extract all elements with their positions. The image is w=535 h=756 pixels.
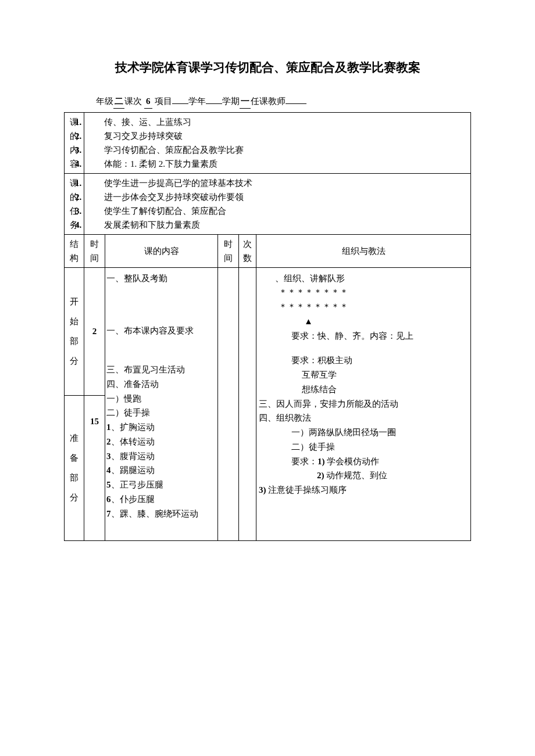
content-line: 一）慢跑 [106, 392, 216, 406]
content-line: 1、扩胸运动 [106, 420, 216, 435]
project-label: 项目 [155, 96, 172, 106]
section-content-cell: 一、整队及考勤 一、布本课内容及要求 三、布置见习生活动 四、准备活动 一）慢跑… [105, 267, 218, 540]
year-label: 学年 [188, 96, 206, 106]
section-start-time: 2 [84, 267, 105, 395]
content-line: 一、整队及考勤 [106, 271, 216, 286]
year-blank [206, 103, 222, 104]
content-line: 7、踝、膝、腕绕环运动 [106, 507, 216, 521]
method-line: 四、组织教法 [259, 411, 468, 425]
method-line: ＊＊＊＊＊＊＊＊ [259, 285, 468, 300]
content-line: 3、腹背运动 [106, 449, 216, 464]
content-line: 三、布置见习生活动 [106, 363, 216, 377]
method-line: 要求：1) 学会模仿动作 [259, 454, 468, 469]
method-line: 一）两路纵队绕田径场一圈 [259, 425, 468, 440]
list-item: 2.复习交叉步持球突破 [91, 129, 468, 143]
section-method-cell: 、组织、讲解队形 ＊＊＊＊＊＊＊＊ ＊＊＊＊＊＊＊＊ ▲ 要求：快、静、齐。内容… [256, 267, 471, 540]
project-blank [172, 103, 188, 104]
list-item: 1.使学生进一步提高已学的篮球基本技术 [91, 176, 468, 190]
section-time-b [218, 267, 239, 540]
method-line: 、组织、讲解队形 [259, 271, 468, 286]
lesson-task-body: 1.使学生进一步提高已学的篮球基本技术 2.进一步体会交叉步持球突破动作要领 3… [84, 173, 471, 234]
hdr-content: 课的内容 [105, 234, 218, 267]
lesson-label: 课次 [124, 96, 142, 106]
teacher-label: 任课教师 [251, 96, 286, 106]
lesson-plan-table: 课 的 内 容 1.传、接、运、上蓝练习 2.复习交叉步持球突破 3.学习传切配… [64, 112, 471, 541]
term-value: 一 [240, 94, 251, 109]
lesson-content-body: 1.传、接、运、上蓝练习 2.复习交叉步持球突破 3.学习传切配合、策应配合及教… [84, 112, 471, 173]
section-count [239, 267, 256, 540]
content-line: 5、正弓步压腿 [106, 478, 216, 492]
hdr-method: 组织与教法 [256, 234, 471, 267]
row-lesson-task: 课 的 任 务 1.使学生进一步提高已学的篮球基本技术 2.进一步体会交叉步持球… [65, 173, 471, 234]
content-line: 4、踢腿运动 [106, 463, 216, 478]
list-item: 3.使学生了解传切配合、策应配合 [91, 204, 468, 218]
content-line: 一、布本课内容及要求 [106, 324, 216, 338]
teacher-blank [286, 103, 306, 104]
list-item: 1.传、接、运、上蓝练习 [91, 115, 468, 129]
row-section-start: 开 始 部 分 2 一、整队及考勤 一、布本课内容及要求 三、布置见习生活动 四… [65, 267, 471, 395]
method-line: 互帮互学 [259, 368, 468, 382]
method-line: 要求：积极主动 [259, 353, 468, 368]
list-item: 2.进一步体会交叉步持球突破动作要领 [91, 190, 468, 204]
section-start-label: 开 始 部 分 [65, 267, 84, 395]
lesson-value: 6 [144, 94, 152, 109]
section-prep-time: 15 [84, 395, 105, 540]
hdr-count: 次 数 [239, 234, 256, 267]
method-line: ＊＊＊＊＊＊＊＊ [259, 300, 468, 314]
meta-line: 年级二课次 6 项目学年学期一任课教师 [96, 94, 471, 109]
content-line: 6、仆步压腿 [106, 492, 216, 507]
list-item: 4.体能：1. 柔韧 2.下肢力量素质 [91, 157, 468, 171]
section-prep-label: 准 备 部 分 [65, 395, 84, 540]
method-line: 3) 注意徒手操练习顺序 [259, 483, 468, 497]
method-line: 二）徒手操 [259, 440, 468, 454]
hdr-time-a: 时间 [84, 234, 105, 267]
method-line: ▲ [259, 314, 468, 329]
method-line: 要求：快、静、齐。内容：见上 [259, 329, 468, 343]
grade-label: 年级 [96, 96, 113, 106]
method-line: 2) 动作规范、到位 [259, 468, 468, 483]
hdr-time-b: 时间 [218, 234, 239, 267]
term-label: 学期 [222, 96, 240, 106]
content-line: 二）徒手操 [106, 406, 216, 420]
row-lesson-content: 课 的 内 容 1.传、接、运、上蓝练习 2.复习交叉步持球突破 3.学习传切配… [65, 112, 471, 173]
list-item: 4.发展柔韧和下肢力量素质 [91, 218, 468, 232]
content-line: 四、准备活动 [106, 377, 216, 392]
grade-value: 二 [113, 94, 124, 109]
hdr-struct: 结构 [65, 234, 84, 267]
list-item: 3.学习传切配合、策应配合及教学比赛 [91, 143, 468, 157]
content-line: 2、体转运动 [106, 435, 216, 449]
row-header: 结构 时间 课的内容 时间 次 数 组织与教法 [65, 234, 471, 267]
method-line: 三、因人而异，安排力所能及的活动 [259, 397, 468, 411]
method-line: 想练结合 [259, 382, 468, 397]
page-title: 技术学院体育课学习传切配合、策应配合及教学比赛教案 [64, 58, 471, 78]
